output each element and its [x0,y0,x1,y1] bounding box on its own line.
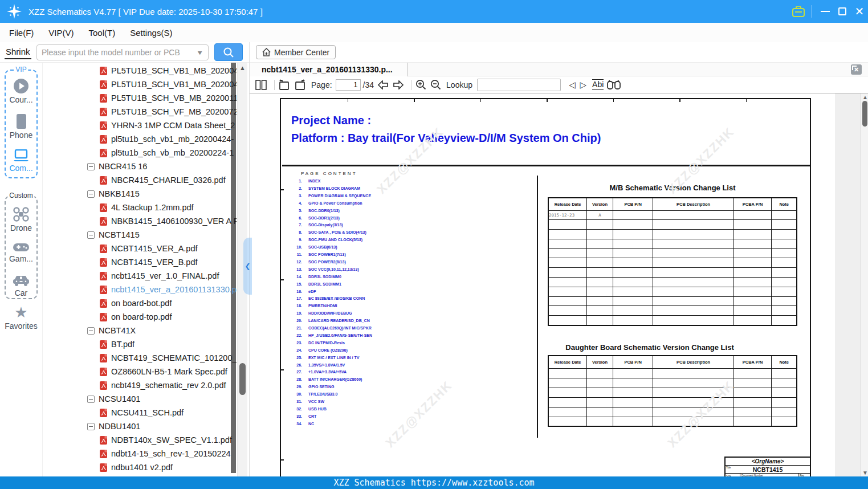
tree-file-row[interactable]: on board-top.pdf [43,310,237,324]
tree-file-row[interactable]: PL5TU1B_SCH_VF_MB_20200723 [43,105,237,119]
tree-file-row[interactable]: 4L Stackup 1.2mm.pdf [43,201,237,214]
lookup-input[interactable] [477,79,561,91]
model-search-input[interactable]: Please input the model number or PCB ▼ [36,44,209,60]
two-page-view-icon[interactable] [255,80,267,90]
tree-file-row[interactable]: NCBT1415_VER_A.pdf [43,242,237,255]
scroll-down-icon[interactable]: ▼ [862,470,868,476]
sidebar-item-car[interactable]: Car [6,274,36,298]
scroll-up-icon[interactable]: ▲ [862,94,868,100]
tree-file-row[interactable]: NBKB1415_1406100930_VER A F [43,214,237,228]
menu-item[interactable]: Settings(S) [130,28,172,38]
tree-file-row[interactable]: YHRN-3 1MP CCM Data Sheet_2 [43,119,237,132]
menu-item[interactable]: VIP(V) [48,28,74,38]
tree-item-label: on board-top.pdf [111,312,172,321]
rotate-right-icon[interactable] [294,79,306,91]
tree-file-row[interactable]: BT.pdf [43,337,237,351]
titlebar-divider [812,5,812,18]
tree-item-label: NCBT1415 [99,230,140,239]
viewer-scrollbar[interactable]: ▲ ▼ [860,93,868,476]
content-index-row: 5.SOC-DDR0(1/13) [288,209,527,216]
window-title: XZZ Schematics V4.77 [ VIP Due date: 202… [28,7,263,17]
tree-file-row[interactable]: on board-bot.pdf [43,296,237,310]
tree-folder-row[interactable]: NCBT41X [43,324,237,337]
tree-file-row[interactable]: NDBT140x_SW_SPEC_V1.1.pdf [43,433,237,447]
sidebar-item-courses[interactable]: Cour... [6,79,36,104]
pdf-file-icon [100,272,107,280]
document-tab[interactable]: ncbt1415_ver_a_201601131330.p... [250,63,407,76]
sidebar-item-game[interactable]: Gam... [6,242,36,263]
tree-file-row[interactable]: OZ8660LN-B5-1 Mark Spec.pdf [43,365,237,378]
collapse-icon[interactable] [87,231,95,239]
pdf-file-icon [100,121,107,130]
tree-folder-row[interactable]: NCSU1401 [43,392,237,406]
status-bar: XZZ Schematics https://www.xzztools.com [0,476,868,489]
close-button[interactable]: ✕ [851,3,868,20]
briefcase-icon[interactable] [790,3,807,20]
tree-scrollbar-thumb[interactable] [239,363,246,395]
sidebar-item-computer[interactable]: Com... [6,149,36,173]
close-all-tabs-icon[interactable]: ✕ [851,64,862,75]
content-index-row: 7.SOC-Dispaly(3/13) [288,223,527,230]
tree-file-row[interactable]: pl5tu1b_sch_vb1_mb_20200424- [43,132,237,146]
shrink-button[interactable]: Shrink [5,46,31,59]
collapse-icon[interactable] [87,190,95,198]
tree-item-label: NCSU411_SCH.pdf [111,408,184,417]
tree-file-row[interactable]: ncbt419_schematic_rev 2.0.pdf [43,378,237,392]
tree-file-row[interactable]: PL5TU1B_SCH_VB_MB_20200116 [43,91,237,105]
content-index-row: 2.SYSTEM BLOCK DIAGRAM [288,186,527,194]
tree-folder-row[interactable]: NBKB1415 [43,187,237,201]
previous-page-icon[interactable] [377,80,389,89]
menu-item[interactable]: Tool(T) [89,28,116,38]
chevron-down-icon[interactable]: ▼ [196,49,203,56]
maximize-button[interactable] [834,3,851,20]
tree-file-row[interactable]: ncbt1415_ver_1.0_FINAL.pdf [43,269,237,283]
sidebar-item-phone[interactable]: Phone [6,114,36,140]
page-label: Page: [311,80,332,89]
tree-file-row[interactable]: NCSU411_SCH.pdf [43,406,237,419]
content-index-row: 14.DDR3L SODIMM0 [288,275,527,282]
content-index-row: 18.PWRBTN/HDMI [288,304,527,311]
member-center-button[interactable]: Member Center [256,45,336,59]
collapse-icon[interactable] [87,396,95,403]
zoom-in-icon[interactable] [415,79,426,90]
collapse-icon[interactable] [87,423,95,430]
tree-folder-row[interactable]: NBCR415 16 [43,160,237,173]
content-index-row: 26.1.35VS/+1.8VA/1.5V [288,363,527,370]
find-next-icon[interactable]: ▷ [580,80,587,90]
pdf-viewer[interactable]: Project Name : Platform : Bay trail(For … [250,93,868,476]
tree-file-row[interactable]: ndbt14-15_sch_rev-1_20150224 [43,447,237,461]
tree-folder-row[interactable]: NDBU1401 [43,419,237,433]
sidebar-item-favorites[interactable]: ★ Favorites [0,305,42,331]
page-number-input[interactable] [336,79,361,91]
binoculars-icon[interactable] [607,80,621,89]
project-name-heading: Project Name : [291,114,371,127]
tree-file-row[interactable]: PL5TU1B_SCH_VB1_MB_2020041 [43,78,237,91]
tree-file-row[interactable]: ncbt1415_ver_a_201601131330.p [43,283,237,296]
menu-item[interactable]: File(F) [9,28,34,38]
content-index-row: 23.DC IN/TPM/D-Resis [288,341,527,348]
tree-file-row[interactable]: NCBT1415_VER_B.pdf [43,255,237,269]
match-case-toggle[interactable]: Abi [592,79,604,89]
pdf-file-icon [100,244,107,253]
collapse-icon[interactable] [87,163,95,170]
minimize-button[interactable] [817,3,834,20]
pdf-file-icon [100,94,107,103]
search-button[interactable] [214,43,243,61]
tree-item-label: BT.pdf [111,340,135,349]
viewer-scrollbar-thumb[interactable] [862,101,867,127]
rotate-left-icon[interactable] [278,79,290,91]
tree-file-row[interactable]: pl5tu1b_sch_vb_mb_20200224-1 [43,146,237,160]
tree-item-label: 4L Stackup 1.2mm.pdf [111,203,194,212]
tree-file-row[interactable]: NBCR415_CHARLIE_0326.pdf [43,173,237,187]
next-page-icon[interactable] [393,80,404,89]
tree-file-row[interactable]: PL5TU1B_SCH_VB1_MB_2020041 [43,64,237,78]
tree-folder-row[interactable]: NCBT1415 [43,228,237,242]
find-previous-icon[interactable]: ◁ [569,80,576,90]
panel-collapse-handle[interactable]: ❮ [243,238,252,295]
tree-file-row[interactable]: NCBT419_SCHEMATIC_101200_F [43,351,237,365]
collapse-icon[interactable] [87,327,95,335]
sidebar-item-drone[interactable]: Drone [6,207,36,233]
zoom-out-icon[interactable] [430,79,441,90]
scroll-up-icon[interactable]: ▲ [239,64,246,71]
tree-file-row[interactable]: ndbu1401 v2.pdf [43,461,237,474]
